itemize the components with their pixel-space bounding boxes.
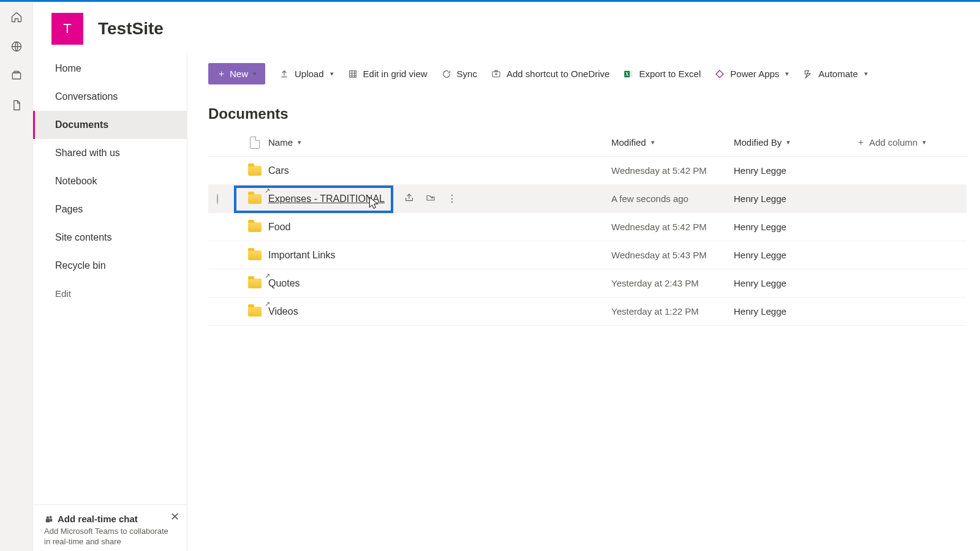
folder-icon [248, 279, 262, 288]
add-column-button[interactable]: ＋ Add column ▾ [856, 137, 967, 148]
table-row[interactable]: Important LinksWednesday at 5:43 PMHenry… [208, 241, 967, 269]
globe-icon[interactable] [10, 40, 23, 53]
automate-label: Automate [818, 69, 858, 79]
modified-by-cell: Henry Legge [734, 193, 856, 204]
chevron-down-icon: ▾ [651, 138, 655, 146]
site-title[interactable]: TestSite [98, 19, 164, 39]
file-icon [250, 137, 260, 149]
list-header-row: Name ▾ Modified ▾ Modified By ▾ ＋ [208, 129, 967, 157]
upload-label: Upload [295, 69, 324, 79]
folder-icon [248, 307, 262, 317]
command-bar: ＋ New ▾ Upload ▾ [208, 54, 967, 94]
column-modified-by[interactable]: Modified By ▾ [734, 137, 856, 148]
table-row[interactable]: ↗VideosYesterday at 1:22 PMHenry Legge [208, 298, 967, 326]
open-location-icon[interactable] [425, 193, 436, 204]
site-header: T TestSite [33, 2, 980, 54]
sidebar-item-site-contents[interactable]: Site contents [33, 223, 187, 252]
sidebar-item-recycle-bin[interactable]: Recycle bin [33, 252, 187, 280]
grid-icon [347, 69, 358, 80]
svg-point-4 [47, 516, 49, 519]
add-column-label: Add column [869, 137, 918, 148]
modified-cell: Wednesday at 5:42 PM [611, 222, 734, 232]
folder-icon [248, 222, 262, 232]
link-icon: ↗ [265, 300, 270, 308]
table-row[interactable]: FoodWednesday at 5:42 PMHenry Legge [208, 213, 967, 241]
chat-promo-body: Add Microsoft Teams to collaborate in re… [44, 527, 176, 547]
column-name[interactable]: Name ▾ [268, 137, 611, 148]
svg-rect-2 [13, 72, 18, 73]
site-logo[interactable]: T [51, 13, 83, 45]
app-rail [0, 2, 33, 551]
folder-icon [248, 166, 262, 176]
sidebar-item-documents[interactable]: Documents [33, 111, 187, 139]
share-icon[interactable] [404, 193, 414, 204]
table-row[interactable]: ↗Expenses - TRADITIONAL⋮A few seconds ag… [208, 185, 967, 213]
automate-button[interactable]: Automate ▾ [802, 69, 867, 80]
table-row[interactable]: CarsWednesday at 5:42 PMHenry Legge [208, 157, 967, 185]
item-name[interactable]: Important Links [268, 250, 335, 261]
upload-button[interactable]: Upload ▾ [279, 69, 334, 80]
page-icon[interactable] [10, 99, 23, 112]
onedrive-shortcut-icon [491, 69, 502, 80]
column-modified-label: Modified [611, 137, 646, 148]
svg-text:X: X [625, 72, 629, 77]
plus-icon: ＋ [856, 137, 865, 148]
sidebar: HomeConversationsDocumentsShared with us… [33, 54, 187, 551]
sidebar-edit[interactable]: Edit [33, 280, 187, 307]
chevron-down-icon: ▾ [785, 70, 789, 78]
svg-rect-5 [46, 519, 50, 522]
main-content: ＋ New ▾ Upload ▾ [187, 54, 980, 551]
svg-point-3 [50, 515, 52, 518]
row-select-circle[interactable] [217, 193, 218, 204]
svg-rect-1 [12, 73, 20, 79]
shortcut-label: Add shortcut to OneDrive [507, 69, 609, 79]
column-name-label: Name [268, 137, 293, 148]
item-name[interactable]: Cars [268, 165, 289, 176]
item-name[interactable]: Quotes [268, 278, 300, 289]
plus-icon: ＋ [217, 68, 226, 80]
chevron-down-icon: ▾ [922, 138, 926, 146]
modified-by-cell: Henry Legge [734, 250, 856, 260]
sync-icon [441, 69, 452, 80]
chevron-down-icon: ▾ [298, 138, 301, 146]
export-excel-label: Export to Excel [639, 69, 701, 79]
modified-cell: A few seconds ago [611, 193, 734, 204]
new-button-label: New [230, 69, 248, 79]
sidebar-item-conversations[interactable]: Conversations [33, 83, 187, 111]
column-modified[interactable]: Modified ▾ [611, 137, 734, 148]
shortcut-button[interactable]: Add shortcut to OneDrive [491, 69, 609, 80]
item-name[interactable]: Food [268, 222, 290, 233]
close-icon[interactable]: ✕ [170, 510, 179, 523]
library-icon[interactable] [10, 69, 23, 83]
modified-by-cell: Henry Legge [734, 222, 856, 232]
sidebar-item-pages[interactable]: Pages [33, 195, 187, 223]
excel-icon: X [623, 69, 634, 80]
modified-by-cell: Henry Legge [734, 165, 856, 176]
export-excel-button[interactable]: X Export to Excel [623, 69, 701, 80]
sidebar-item-notebook[interactable]: Notebook [33, 167, 187, 195]
home-icon[interactable] [10, 10, 23, 24]
sync-label: Sync [457, 69, 477, 79]
new-button[interactable]: ＋ New ▾ [208, 63, 265, 84]
more-icon[interactable]: ⋮ [447, 193, 458, 204]
chevron-down-icon: ▾ [253, 70, 257, 78]
modified-cell: Wednesday at 5:42 PM [611, 165, 734, 176]
folder-icon [248, 250, 262, 260]
column-type-icon[interactable] [241, 137, 268, 149]
link-icon: ↗ [265, 187, 270, 195]
column-modified-by-label: Modified By [734, 137, 782, 148]
modified-by-cell: Henry Legge [734, 306, 856, 317]
edit-grid-label: Edit in grid view [363, 69, 428, 79]
table-row[interactable]: ↗QuotesYesterday at 2:43 PMHenry Legge [208, 269, 967, 298]
folder-icon [248, 194, 262, 204]
edit-grid-button[interactable]: Edit in grid view [347, 69, 428, 80]
sidebar-item-shared-with-us[interactable]: Shared with us [33, 139, 187, 167]
sync-button[interactable]: Sync [441, 69, 477, 80]
item-name[interactable]: Videos [268, 306, 298, 317]
sidebar-item-home[interactable]: Home [33, 54, 187, 83]
modified-cell: Yesterday at 2:43 PM [611, 278, 734, 288]
chevron-down-icon: ▾ [330, 70, 334, 78]
item-name[interactable]: Expenses - TRADITIONAL [268, 193, 385, 204]
power-apps-button[interactable]: Power Apps ▾ [714, 69, 789, 80]
document-list: Name ▾ Modified ▾ Modified By ▾ ＋ [208, 129, 967, 326]
